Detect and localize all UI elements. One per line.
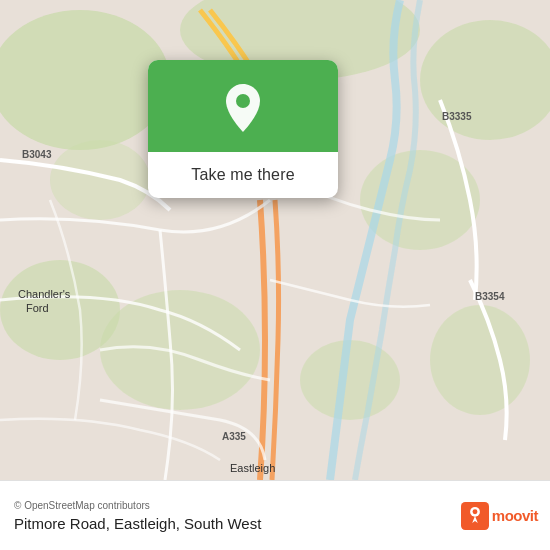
svg-text:B3043: B3043 [22, 149, 52, 160]
svg-text:B3335: B3335 [442, 111, 472, 122]
svg-text:A335: A335 [222, 431, 246, 442]
popup-bottom[interactable]: Take me there [148, 152, 338, 198]
svg-text:B3354: B3354 [475, 291, 505, 302]
svg-point-7 [0, 260, 120, 360]
svg-text:Ford: Ford [26, 302, 49, 314]
bottom-bar: © OpenStreetMap contributors Pitmore Roa… [0, 480, 550, 550]
navigation-popup: Take me there [148, 60, 338, 198]
moovit-text: moovit [492, 507, 538, 524]
moovit-icon [461, 502, 489, 530]
svg-point-18 [236, 94, 250, 108]
svg-point-21 [472, 509, 477, 514]
location-label: Pitmore Road, Eastleigh, South West [14, 515, 536, 532]
map-view[interactable]: B3043 M3 B3335 B3354 A335 Chandler's For… [0, 0, 550, 480]
svg-text:Eastleigh: Eastleigh [230, 462, 275, 474]
svg-text:Chandler's: Chandler's [18, 288, 71, 300]
popup-header [148, 60, 338, 152]
location-pin-icon [221, 82, 265, 134]
svg-point-5 [100, 290, 260, 410]
take-me-there-button[interactable]: Take me there [185, 164, 300, 186]
svg-point-9 [50, 140, 150, 220]
map-attribution: © OpenStreetMap contributors [14, 500, 536, 511]
moovit-branding: moovit [461, 502, 538, 530]
svg-point-8 [430, 305, 530, 415]
